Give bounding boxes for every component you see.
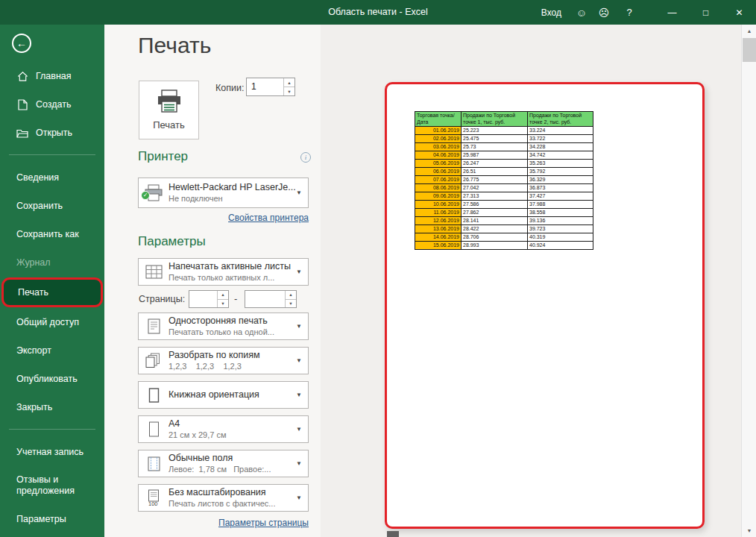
chevron-down-icon: ▼ (296, 460, 302, 467)
print-button[interactable]: Печать (139, 81, 199, 139)
sidebar-item-save-as[interactable]: Сохранить как (0, 220, 104, 248)
orientation-select[interactable]: Книжная ориентация ▼ (138, 381, 309, 409)
sidebar-item-label: Печать (18, 287, 48, 298)
paper-size-icon (139, 421, 168, 437)
combo-subtitle: 21 см x 29,7 см (168, 430, 227, 440)
table-row: 11.06.201927.86238.558 (415, 209, 593, 217)
page-setup-link[interactable]: Параметры страницы (138, 518, 309, 528)
table-row: 12.06.201928.14139.136 (415, 217, 593, 225)
minimize-button[interactable]: — (655, 0, 689, 25)
sidebar-item-label: Отзывы и предложения (16, 474, 97, 497)
excel-backstage-print: Область печати - Excel Вход ☺ ☹ ? — □ ✕ … (0, 0, 756, 537)
copies-decrement-button[interactable]: ▼ (284, 87, 294, 95)
pages-to-input[interactable]: ▲ ▼ (245, 290, 297, 308)
table-row: 02.06.201925.47533.722 (415, 135, 593, 143)
info-icon[interactable]: i (300, 152, 311, 163)
sidebar-item-publish[interactable]: Опубликовать (0, 365, 104, 393)
copies-label: Копии: (215, 83, 244, 93)
back-button[interactable]: ← (12, 34, 31, 53)
table-row: 07.06.201926.77536.329 (415, 176, 593, 184)
scrollbar-thumb[interactable] (743, 38, 756, 62)
sidebar-item-label: Опубликовать (16, 374, 78, 384)
help-icon[interactable]: ? (615, 0, 643, 25)
combo-title: Обычные поля (168, 453, 271, 464)
table-header-cell: Продажи по Торговой точке 2, тыс. руб. (528, 112, 593, 127)
chevron-down-icon: ▼ (296, 426, 302, 433)
margins-select[interactable]: Обычные поля Левое: 1,78 см Правое:... ▼ (138, 450, 309, 477)
sidebar-item-feedback[interactable]: Отзывы и предложения (0, 466, 104, 505)
combo-subtitle: Печать листов с фактичес... (168, 498, 275, 509)
signin-button[interactable]: Вход (532, 0, 570, 25)
pages-to-increment-button[interactable]: ▲ (286, 291, 296, 300)
folder-open-icon (16, 128, 28, 138)
combo-title: Разобрать по копиям (168, 350, 260, 361)
print-what-select[interactable]: Напечатать активные листы Печать только … (138, 258, 309, 286)
scroll-down-icon[interactable]: ▼ (742, 524, 756, 537)
vertical-scrollbar[interactable]: ▲ ▼ (741, 25, 756, 537)
combo-subtitle: Печатать только на одной... (168, 327, 274, 337)
table-row: 03.06.201925.7334.228 (415, 143, 593, 151)
print-preview-area: Торговая точка/ Дата Продажи по Торговой… (321, 25, 741, 537)
pages-from-decrement-button[interactable]: ▼ (218, 300, 228, 308)
paper-size-select[interactable]: A4 21 см x 29,7 см ▼ (138, 415, 309, 443)
combo-title: Напечатать активные листы (168, 261, 291, 272)
table-header-cell: Торговая точка/ Дата (415, 112, 462, 127)
combo-title: Односторонняя печать (168, 315, 274, 327)
sidebar-item-export[interactable]: Экспорт (0, 336, 104, 365)
page-title: Печать (138, 33, 211, 58)
sidebar-item-label: Открыть (36, 128, 72, 138)
home-icon (16, 71, 28, 82)
sidebar-item-options[interactable]: Параметры (0, 505, 104, 533)
collate-icon (139, 353, 168, 368)
table-row: 13.06.201928.42239.723 (415, 225, 593, 233)
sidebar-item-account[interactable]: Учетная запись (0, 438, 104, 466)
sides-select[interactable]: Односторонняя печать Печатать только на … (138, 313, 309, 340)
chevron-down-icon: ▼ (296, 357, 302, 364)
sidebar-item-label: Сведения (16, 172, 59, 183)
sidebar-item-open[interactable]: Открыть (0, 119, 104, 147)
table-row: 10.06.201927.58637.988 (415, 201, 593, 209)
frown-icon[interactable]: ☹ (593, 0, 615, 25)
printer-select[interactable]: ✓ Hewlett-Packard HP LaserJe... Не подкл… (138, 178, 309, 208)
pages-from-increment-button[interactable]: ▲ (218, 291, 228, 300)
maximize-button[interactable]: □ (689, 0, 722, 25)
printer-section-title: Принтер (138, 149, 188, 164)
scaling-select[interactable]: 100 Без масштабирования Печать листов с … (138, 484, 309, 512)
active-sheets-icon (139, 265, 168, 279)
sidebar-item-close[interactable]: Закрыть (0, 393, 104, 421)
combo-subtitle: Печать только активных л... (168, 272, 291, 283)
pages-to-value (245, 291, 285, 307)
backstage-sidebar: ← Главная Создать Открыть (0, 25, 104, 537)
settings-section-title: Параметры (138, 234, 206, 249)
printer-large-icon (156, 90, 183, 116)
pages-to-decrement-button[interactable]: ▼ (286, 300, 296, 308)
sidebar-item-home[interactable]: Главная (0, 62, 104, 90)
table-row: 09.06.201927.31337.427 (415, 192, 593, 201)
sidebar-item-print[interactable]: Печать (1, 277, 103, 307)
sidebar-item-label: Экспорт (16, 345, 51, 356)
scroll-up-icon[interactable]: ▲ (742, 25, 756, 37)
sidebar-item-save[interactable]: Сохранить (0, 192, 104, 220)
combo-subtitle: 1,2,3 1,2,3 1,2,3 (168, 361, 260, 371)
sidebar-item-new[interactable]: Создать (0, 90, 104, 119)
margins-icon (139, 456, 168, 471)
sidebar-item-label: Главная (36, 71, 72, 81)
printer-status-check-icon: ✓ (141, 191, 150, 200)
table-row: 14.06.201928.70640.319 (415, 233, 593, 242)
sidebar-item-history[interactable]: Журнал (0, 248, 104, 277)
table-row: 15.06.201928.99340.924 (415, 242, 593, 250)
printer-properties-link[interactable]: Свойства принтера (138, 213, 309, 223)
table-row: 08.06.201927.04236.873 (415, 184, 593, 192)
chevron-down-icon: ▼ (296, 392, 302, 398)
pages-from-input[interactable]: ▲ ▼ (189, 290, 229, 308)
collation-select[interactable]: Разобрать по копиям 1,2,3 1,2,3 1,2,3 ▼ (138, 347, 309, 374)
copies-increment-button[interactable]: ▲ (284, 78, 294, 87)
sidebar-item-share[interactable]: Общий доступ (0, 308, 104, 336)
svg-text:100: 100 (148, 500, 158, 506)
sidebar-item-info[interactable]: Сведения (0, 163, 104, 192)
smiley-icon[interactable]: ☺ (570, 0, 593, 25)
sidebar-item-label: Журнал (16, 257, 51, 268)
pages-label: Страницы: (139, 294, 185, 304)
close-button[interactable]: ✕ (722, 0, 756, 25)
copies-input[interactable]: 1 ▲ ▼ (246, 78, 295, 96)
